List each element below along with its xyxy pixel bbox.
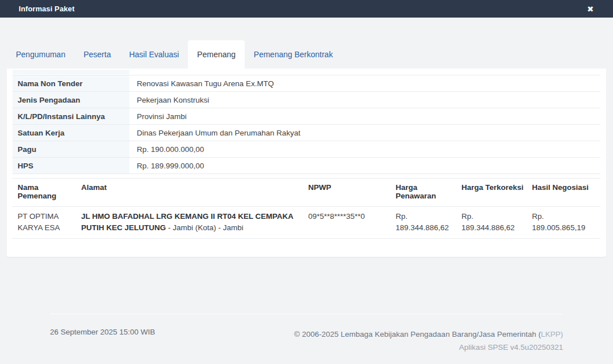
- app-version: Aplikasi SPSE v4.5u20250321: [294, 341, 563, 354]
- footer-copyright-block: © 2006-2025 Lembaga Kebijakan Pengadaan …: [294, 328, 563, 354]
- detail-label-clipped: [12, 70, 129, 74]
- winner-alamat-region: - Jambi (Kota) - Jambi: [166, 223, 243, 232]
- close-icon: ✖: [587, 5, 594, 14]
- footer-copyright-line: © 2006-2025 Lembaga Kebijakan Pengadaan …: [294, 328, 563, 341]
- column-header-harga-penawaran: Harga Penawaran: [391, 179, 456, 207]
- winner-hasil-negosiasi: Rp. 189.005.865,19: [527, 207, 601, 239]
- detail-value: Rp. 189.999.000,00: [129, 158, 601, 173]
- column-header-hasil-negosiasi: Hasil Negosiasi: [527, 179, 601, 207]
- column-header-alamat: Alamat: [76, 179, 303, 207]
- winner-harga-penawaran: Rp. 189.344.886,62: [391, 207, 456, 239]
- detail-label: K/L/PD/Instansi Lainnya: [12, 108, 129, 124]
- detail-row-hps: HPS Rp. 189.999.000,00: [12, 158, 601, 174]
- detail-value: Dinas Pekerjaan Umum dan Perumahan Rakya…: [129, 125, 601, 141]
- tab-hasil-evaluasi[interactable]: Hasil Evaluasi: [120, 40, 188, 69]
- winner-npwp: 09*5**8****35**0: [303, 207, 391, 239]
- lkpp-link[interactable]: LKPP: [541, 330, 561, 338]
- detail-label: Pagu: [12, 141, 129, 157]
- detail-value: Provinsi Jambi: [129, 108, 601, 124]
- winners-header-row: Nama Pemenang Alamat NPWP Harga Penawara…: [12, 179, 601, 207]
- close-button[interactable]: ✖: [587, 5, 594, 13]
- detail-value: Rp. 190.000.000,00: [129, 141, 601, 157]
- detail-row-clipped: [12, 70, 601, 75]
- tab-pemenang-berkontrak[interactable]: Pemenang Berkontrak: [245, 40, 342, 69]
- tab-pemenang[interactable]: Pemenang: [188, 40, 245, 69]
- copyright-text: © 2006-2025 Lembaga Kebijakan Pengadaan …: [294, 330, 541, 338]
- winner-row: PT OPTIMA KARYA ESA JL HMO BAFADHAL LRG …: [12, 207, 601, 239]
- detail-label: Satuan Kerja: [12, 125, 129, 141]
- column-header-npwp: NPWP: [303, 179, 391, 207]
- detail-value: Renovasi Kawasan Tugu Arena Ex.MTQ: [129, 75, 601, 91]
- detail-label: HPS: [12, 158, 129, 173]
- winners-table: Nama Pemenang Alamat NPWP Harga Penawara…: [12, 178, 601, 239]
- winner-alamat: JL HMO BAFADHAL LRG KEMANG II RT04 KEL C…: [76, 207, 303, 239]
- detail-row-pagu: Pagu Rp. 190.000.000,00: [12, 141, 601, 158]
- copyright-text-suffix: ): [561, 330, 564, 338]
- tab-pengumuman[interactable]: Pengumuman: [7, 40, 74, 69]
- winner-nama: PT OPTIMA KARYA ESA: [12, 207, 76, 239]
- modal-header: Informasi Paket ✖: [0, 0, 613, 18]
- modal-title: Informasi Paket: [19, 5, 74, 13]
- footer-timestamp: 26 September 2025 15:00 WIB: [50, 328, 155, 336]
- package-info-card: Nama Non Tender Renovasi Kawasan Tugu Ar…: [7, 69, 606, 257]
- tab-strip: Pengumuman Peserta Hasil Evaluasi Pemena…: [0, 18, 613, 69]
- detail-label: Jenis Pengadaan: [12, 92, 129, 108]
- detail-row-instansi: K/L/PD/Instansi Lainnya Provinsi Jambi: [12, 108, 601, 125]
- tab-peserta[interactable]: Peserta: [74, 40, 120, 69]
- detail-row-satuan-kerja: Satuan Kerja Dinas Pekerjaan Umum dan Pe…: [12, 125, 601, 141]
- footer: 26 September 2025 15:00 WIB © 2006-2025 …: [50, 314, 563, 354]
- winner-harga-terkoreksi: Rp. 189.344.886,62: [456, 207, 527, 239]
- column-header-nama-pemenang: Nama Pemenang: [12, 179, 76, 207]
- column-header-harga-terkoreksi: Harga Terkoreksi: [456, 179, 527, 207]
- detail-label: Nama Non Tender: [12, 75, 129, 91]
- detail-value: Pekerjaan Konstruksi: [129, 92, 601, 108]
- detail-row-nama-non-tender: Nama Non Tender Renovasi Kawasan Tugu Ar…: [12, 75, 601, 92]
- detail-row-jenis-pengadaan: Jenis Pengadaan Pekerjaan Konstruksi: [12, 92, 601, 108]
